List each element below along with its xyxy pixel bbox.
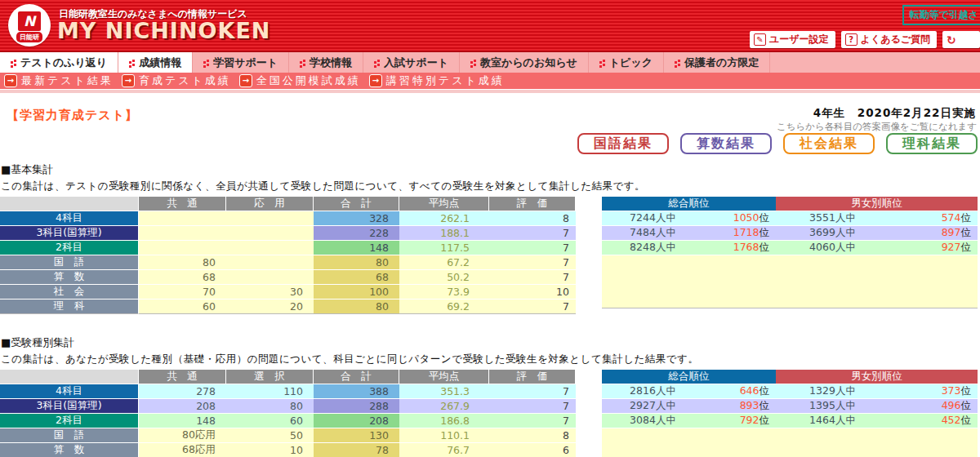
score-cell: 76.7 (399, 443, 489, 457)
score-cell (226, 270, 314, 285)
score-cell: 50.2 (399, 270, 489, 285)
score-cell: 67.2 (399, 255, 489, 270)
rank-cell: 1718位 (704, 226, 776, 241)
participants-cell: 8248人中 (602, 241, 704, 255)
rank-cell: 792位 (704, 414, 776, 428)
pencil-icon: ✎ (754, 33, 766, 46)
rank-row: 2816人中646位1329人中373位 (602, 384, 978, 399)
score-cell: 7 (489, 399, 576, 414)
empty-filler-cell (602, 255, 978, 308)
rank-row: 2927人中893位1395人中496位 (602, 399, 978, 414)
score-cell (139, 211, 226, 226)
score-cell: 228 (314, 226, 399, 241)
tab-learning-support[interactable]: 学習サポート (193, 52, 289, 73)
participants-cell: 1395人中 (776, 399, 889, 414)
subnav-label: 最新テスト結果 (21, 73, 114, 88)
table-row: 国 語808067.27 (0, 255, 576, 270)
score-cell (226, 255, 314, 270)
empty-filler-row (602, 428, 978, 457)
column-header: 選 択 (226, 370, 314, 384)
score-cell: 130 (314, 428, 399, 443)
kokugo-result-button[interactable]: 国語結果 (577, 133, 669, 154)
subnav-label: 全国公開模試成績 (256, 73, 361, 88)
tab-topics[interactable]: トピック (589, 52, 664, 73)
column-header: 共 通 (139, 370, 226, 384)
shakai-result-button[interactable]: 社会結果 (783, 133, 875, 154)
rank-row: 3084人中792位1464人中452位 (602, 414, 978, 428)
row-label: 国 語 (0, 428, 139, 443)
clipped-header-button[interactable]: ↻ (942, 31, 980, 48)
moving-notice-banner[interactable]: 転勤等で引越さ (902, 5, 980, 25)
participants-cell: 1329人中 (776, 384, 889, 399)
score-cell: 68 (139, 270, 226, 285)
subnav-item-latest-test-results[interactable]: →最新テスト結果 (4, 73, 114, 88)
tab-exam-support[interactable]: 入試サポート (363, 52, 460, 73)
tab-grades[interactable]: 成績情報 (118, 52, 193, 73)
logo-name: 日能研 (16, 32, 42, 42)
overall-rank-header: 総合順位 (602, 370, 776, 384)
score-cell: 68応用 (139, 443, 226, 457)
tab-label: テストのふり返り (20, 55, 107, 70)
score-cell: 20 (226, 299, 314, 314)
tab-bullet-icon (374, 61, 376, 64)
table-row: 国 語80応用50130110.18 (0, 428, 576, 443)
nichinoken-logo[interactable]: N 日能研 (8, 4, 51, 47)
faq-button[interactable]: ? よくあるご質問 (841, 31, 937, 48)
score-cell: 80 (139, 255, 226, 270)
score-cell: 148 (314, 241, 399, 255)
table-row: 理 科60208069.27 (0, 299, 576, 314)
score-cell: 78 (314, 443, 399, 457)
rank-cell: 1050位 (704, 211, 776, 226)
score-cell: 7 (489, 384, 576, 399)
user-settings-label: ユーザー設定 (769, 33, 829, 47)
score-cell: 7 (489, 241, 576, 255)
participants-cell: 3699人中 (776, 226, 889, 241)
column-header: 評 価 (489, 370, 576, 384)
tab-bullet-icon (300, 61, 302, 64)
tab-classroom-news[interactable]: 教室からのお知らせ (460, 52, 589, 73)
section-title: ■基本集計 (1, 162, 980, 177)
score-cell: 69.2 (399, 299, 489, 314)
participants-cell: 7484人中 (602, 226, 704, 241)
participants-cell: 2927人中 (602, 399, 704, 414)
tab-parents-only[interactable]: 保護者の方限定 (664, 52, 770, 73)
rank-cell: 1768位 (704, 241, 776, 255)
score-cell (226, 211, 314, 226)
bytype-score-table: 共 通 選 択 合 計 平均点 評 価 4科目278110388351.373科… (0, 370, 576, 457)
subnav-item-zenkoku-moshi-results[interactable]: →全国公開模試成績 (239, 73, 361, 88)
column-header: 合 計 (314, 197, 399, 211)
participants-cell: 1464人中 (776, 414, 889, 428)
tab-school-info[interactable]: 学校情報 (289, 52, 363, 73)
tab-bullet-icon (599, 61, 602, 64)
rank-cell: 893位 (704, 399, 776, 414)
tab-test-review[interactable]: テストのふり返り (0, 52, 118, 73)
subnav-item-koshu-special-results[interactable]: →講習特別テスト成績 (369, 73, 505, 88)
arrow-icon: → (369, 74, 382, 87)
row-label: 2科目 (0, 414, 139, 428)
column-header: 応 用 (226, 197, 314, 211)
score-cell: 278 (139, 384, 226, 399)
subnav-item-ikusei-test-results[interactable]: →育成テスト成績 (122, 73, 231, 88)
tab-label: 入試サポート (384, 55, 448, 70)
tab-bullet-icon (470, 61, 473, 64)
sansu-result-button[interactable]: 算数結果 (680, 133, 772, 154)
rika-result-button[interactable]: 理科結果 (886, 133, 978, 154)
rank-cell: 452位 (889, 414, 978, 428)
logo-n-icon: N (18, 11, 41, 31)
main-nav: テストのふり返り成績情報学習サポート学校情報入試サポート教室からのお知らせトピッ… (0, 51, 980, 73)
score-cell: 73.9 (399, 285, 489, 299)
score-cell (139, 226, 226, 241)
table-row: 2科目148117.57 (0, 241, 576, 255)
arrow-icon: → (122, 74, 135, 87)
rank-cell: 927位 (889, 241, 978, 255)
score-cell: 208 (139, 399, 226, 414)
row-label: 国 語 (0, 255, 139, 270)
gender-rank-header: 男女別順位 (776, 197, 978, 211)
score-cell: 70 (139, 285, 226, 299)
empty-filler-cell (602, 428, 978, 457)
score-cell: 10 (489, 285, 576, 299)
user-settings-button[interactable]: ✎ ユーザー設定 (750, 31, 835, 48)
row-label: 3科目(国算理) (0, 399, 139, 414)
table-row: 3科目(国算理)20880288267.97 (0, 399, 576, 414)
tab-label: トピック (609, 55, 653, 70)
